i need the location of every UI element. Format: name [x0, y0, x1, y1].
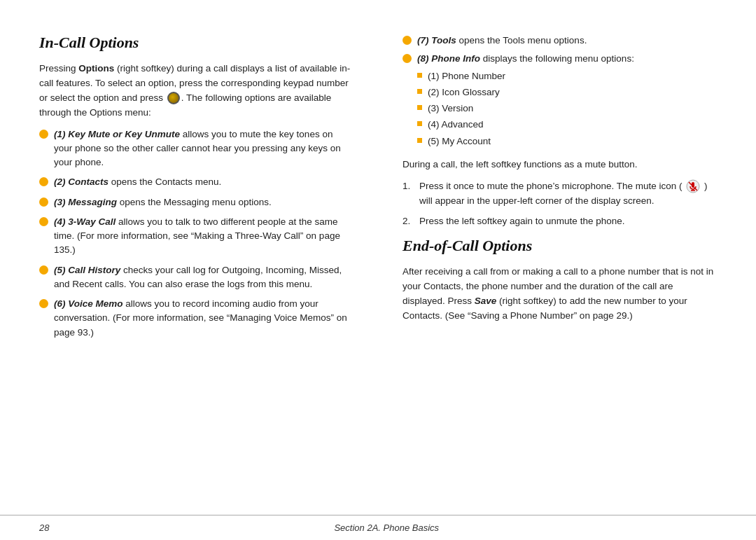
list-item: (3) Messaging opens the Messaging menu o… [39, 195, 354, 209]
bullet-dot-icon [39, 265, 48, 275]
bullet-dot-icon [39, 217, 48, 226]
intro-paragraph: Pressing Options (right softkey) during … [39, 62, 354, 120]
mute-icon [686, 179, 700, 193]
bullet-dot-icon [39, 177, 48, 186]
phone-info-sub-list: (1) Phone Number (2) Icon Glossary (3) V… [417, 69, 717, 148]
icon-glossary-item: (2) Icon Glossary [428, 85, 500, 99]
right-column: (7) Tools opens the Tools menu options. … [396, 34, 717, 515]
bullet-dot-icon [402, 54, 412, 63]
phone-number-item: (1) Phone Number [428, 69, 505, 83]
sub-bullet-icon [417, 89, 422, 94]
bullet-dot-icon [39, 299, 48, 308]
sub-bullet-icon [417, 138, 422, 143]
list-item: (5) Call History checks your call log fo… [39, 263, 354, 292]
sub-list-item: (1) Phone Number [417, 69, 717, 83]
sub-bullet-icon [417, 105, 422, 110]
bullet-dot-icon [39, 130, 48, 139]
my-account-item: (5) My Account [428, 134, 491, 148]
list-item: (1) Key Mute or Key Unmute allows you to… [39, 127, 354, 170]
footer-section-label: Section 2A. Phone Basics [56, 522, 717, 533]
list-item: (7) Tools opens the Tools menu options. [402, 34, 717, 48]
list-item: (6) Voice Memo allows you to record inco… [39, 297, 354, 340]
section-title-end-of-call: End-of-Call Options [402, 237, 717, 255]
footer: 28 Section 2A. Phone Basics [0, 515, 756, 540]
sub-list-item: (5) My Account [417, 134, 717, 148]
left-column: In-Call Options Pressing Options (right … [39, 34, 368, 515]
mute-intro-paragraph: During a call, the left softkey function… [402, 158, 717, 172]
advanced-item: (4) Advanced [428, 118, 484, 132]
sub-list-item: (2) Icon Glossary [417, 85, 717, 99]
sub-list-item: (4) Advanced [417, 118, 717, 132]
section-title-in-call: In-Call Options [39, 34, 354, 52]
sub-bullet-icon [417, 73, 422, 78]
footer-page-number: 28 [39, 522, 49, 533]
ok-button-icon [167, 92, 180, 104]
step-item: 1. Press it once to mute the phone’s mic… [402, 179, 717, 209]
sub-bullet-icon [417, 121, 422, 126]
in-call-options-list: (1) Key Mute or Key Unmute allows you to… [39, 127, 354, 340]
list-item: (8) Phone Info displays the following me… [402, 52, 717, 151]
list-item: (2) Contacts opens the Contacts menu. [39, 175, 354, 189]
version-item: (3) Version [428, 102, 473, 116]
list-item: (4) 3-Way Call allows you to talk to two… [39, 215, 354, 258]
phone-info-list: (7) Tools opens the Tools menu options. … [402, 34, 717, 151]
bullet-dot-icon [39, 198, 48, 207]
bullet-dot-icon [402, 36, 412, 45]
end-of-call-paragraph: After receiving a call from or making a … [402, 265, 717, 324]
sub-list-item: (3) Version [417, 102, 717, 116]
step-item: 2. Press the left softkey again to unmut… [402, 214, 717, 229]
mute-steps-list: 1. Press it once to mute the phone’s mic… [402, 179, 717, 229]
